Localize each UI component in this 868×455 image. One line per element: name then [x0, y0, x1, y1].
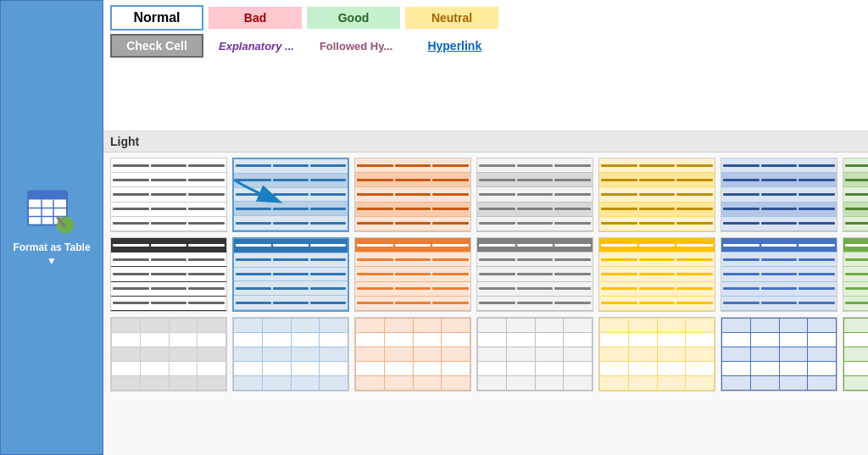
table-style-dark-blue-med[interactable]: [721, 237, 837, 312]
table-preview-green-med: [843, 238, 868, 311]
explanatory-style[interactable]: Explanatory ...: [209, 36, 304, 56]
cell-styles-row-2: Check Cell Explanatory ... Followed Hy..…: [110, 34, 501, 58]
table-styles-row-3: [110, 317, 868, 391]
table-preview-blue-light: [234, 159, 348, 230]
table-style-yellow-light[interactable]: [598, 158, 715, 232]
light-section-header: Light: [103, 131, 868, 153]
table-style-dark-blue-light[interactable]: [721, 158, 837, 232]
table-preview-dark-blue-light: [721, 158, 837, 231]
table-preview-plain: [111, 158, 226, 231]
format-table-label: Format as Table ▼: [8, 241, 96, 268]
table-preview-yellow-med: [599, 238, 715, 311]
table-style-black-grid[interactable]: [110, 317, 227, 391]
check-cell-style[interactable]: Check Cell: [110, 34, 203, 58]
table-style-plain[interactable]: [110, 158, 227, 232]
table-preview-orange-light: [355, 158, 470, 231]
table-style-orange-med[interactable]: [354, 237, 471, 312]
table-style-yellow-grid[interactable]: [598, 317, 715, 391]
table-style-yellow-med[interactable]: [598, 237, 715, 312]
bad-style[interactable]: Bad: [209, 7, 302, 29]
cell-styles-row-1: Normal Bad Good Neutral: [110, 5, 501, 31]
table-style-dark-blue-grid[interactable]: [721, 317, 837, 391]
right-panel: Normal Bad Good Neutral Check Cell Expla…: [103, 0, 868, 455]
hyperlink-style[interactable]: Hyperlink: [408, 36, 501, 56]
table-preview-green-light: [843, 158, 868, 231]
table-style-green-grid[interactable]: [843, 317, 868, 391]
table-preview-dark-blue-med: [721, 238, 837, 311]
table-style-blue-grid[interactable]: [232, 317, 349, 391]
format-as-table-button[interactable]: Format as Table ▼: [0, 0, 103, 455]
table-preview-yellow-light: [599, 158, 715, 231]
table-style-black-med[interactable]: [110, 237, 227, 312]
svg-rect-1: [28, 191, 67, 199]
table-style-orange-grid[interactable]: [354, 317, 471, 391]
table-preview-black-med: [111, 238, 226, 311]
table-styles-row-1: [110, 158, 868, 232]
followed-hyperlink-style[interactable]: Followed Hy...: [309, 36, 403, 56]
table-styles-row-2: [110, 237, 868, 312]
cell-styles-grid: Normal Bad Good Neutral Check Cell Expla…: [110, 5, 501, 125]
format-table-icon: [26, 187, 77, 238]
table-style-gray-grid[interactable]: [476, 317, 593, 391]
table-styles-grid: [103, 153, 868, 455]
table-preview-blue-med: [234, 239, 348, 310]
cell-styles-section: Normal Bad Good Neutral Check Cell Expla…: [103, 0, 868, 131]
table-preview-gray-light: [477, 158, 593, 231]
table-preview-gray-med: [477, 238, 593, 311]
normal-style[interactable]: Normal: [110, 5, 203, 31]
table-style-gray-med[interactable]: [476, 237, 593, 312]
table-style-blue-light[interactable]: [232, 158, 349, 232]
table-style-green-light[interactable]: [843, 158, 868, 232]
table-preview-orange-med: [355, 238, 470, 311]
neutral-style[interactable]: Neutral: [405, 7, 498, 29]
table-style-green-med[interactable]: [843, 237, 868, 312]
good-style[interactable]: Good: [307, 7, 400, 29]
table-style-orange-light[interactable]: [354, 158, 471, 232]
table-style-gray-light[interactable]: [476, 158, 593, 232]
table-style-blue-med[interactable]: [232, 237, 349, 312]
